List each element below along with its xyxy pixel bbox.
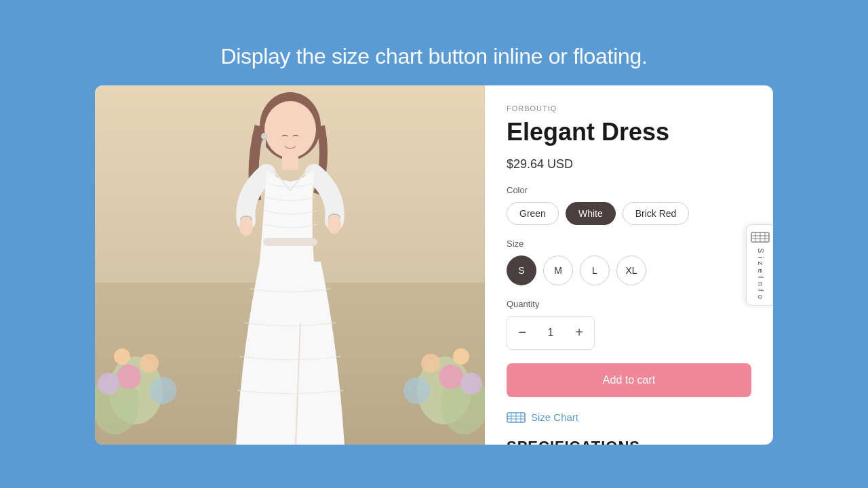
quantity-control: − 1 + bbox=[507, 316, 595, 350]
product-price: $29.64 USD bbox=[507, 157, 751, 171]
svg-point-3 bbox=[140, 354, 159, 373]
svg-point-4 bbox=[98, 373, 119, 394]
svg-point-6 bbox=[114, 348, 130, 365]
svg-point-2 bbox=[117, 365, 141, 389]
floating-size-tab[interactable]: S i z e I n f o bbox=[746, 224, 773, 305]
svg-point-10 bbox=[421, 354, 440, 373]
svg-point-9 bbox=[439, 365, 463, 389]
svg-point-18 bbox=[264, 101, 316, 158]
product-card: FORBOUTIQ Elegant Dress $29.64 USD Color… bbox=[95, 85, 773, 445]
size-chart-link[interactable]: Size Chart bbox=[507, 411, 751, 424]
add-to-cart-button[interactable]: Add to cart bbox=[507, 363, 751, 397]
page-headline: Display the size chart button inline or … bbox=[220, 44, 647, 69]
svg-point-19 bbox=[261, 133, 268, 140]
floating-tab-text: S i z e I n f o bbox=[755, 247, 765, 299]
quantity-label: Quantity bbox=[507, 299, 751, 309]
svg-rect-20 bbox=[263, 140, 266, 152]
quantity-increase-button[interactable]: + bbox=[564, 317, 594, 349]
quantity-value: 1 bbox=[537, 327, 564, 339]
specifications-title: SPECIFICATIONS bbox=[507, 438, 751, 445]
color-btn-green[interactable]: Green bbox=[507, 202, 559, 225]
color-options: Green White Brick Red bbox=[507, 202, 751, 225]
size-chart-label: Size Chart bbox=[531, 411, 578, 423]
svg-point-25 bbox=[239, 217, 253, 236]
svg-point-5 bbox=[149, 377, 176, 404]
product-brand: FORBOUTIQ bbox=[507, 104, 751, 113]
color-btn-brick-red[interactable]: Brick Red bbox=[623, 202, 690, 225]
quantity-decrease-button[interactable]: − bbox=[507, 317, 537, 349]
product-title: Elegant Dress bbox=[507, 118, 751, 146]
size-btn-m[interactable]: M bbox=[543, 256, 573, 285]
product-details: FORBOUTIQ Elegant Dress $29.64 USD Color… bbox=[485, 85, 773, 445]
color-btn-white[interactable]: White bbox=[566, 202, 616, 225]
svg-point-12 bbox=[403, 377, 431, 404]
size-chart-icon bbox=[507, 411, 526, 424]
size-btn-s[interactable]: S bbox=[507, 256, 536, 285]
product-image bbox=[95, 85, 485, 445]
floating-tab-icon bbox=[751, 230, 770, 243]
svg-point-13 bbox=[453, 348, 469, 365]
size-btn-l[interactable]: L bbox=[580, 256, 610, 285]
svg-rect-21 bbox=[282, 157, 298, 170]
svg-rect-22 bbox=[263, 238, 317, 246]
size-label: Size bbox=[507, 239, 751, 249]
svg-point-26 bbox=[328, 215, 341, 234]
size-options: S M L XL bbox=[507, 256, 751, 285]
color-label: Color bbox=[507, 185, 751, 195]
size-btn-xl[interactable]: XL bbox=[616, 256, 646, 285]
svg-point-11 bbox=[460, 373, 482, 394]
